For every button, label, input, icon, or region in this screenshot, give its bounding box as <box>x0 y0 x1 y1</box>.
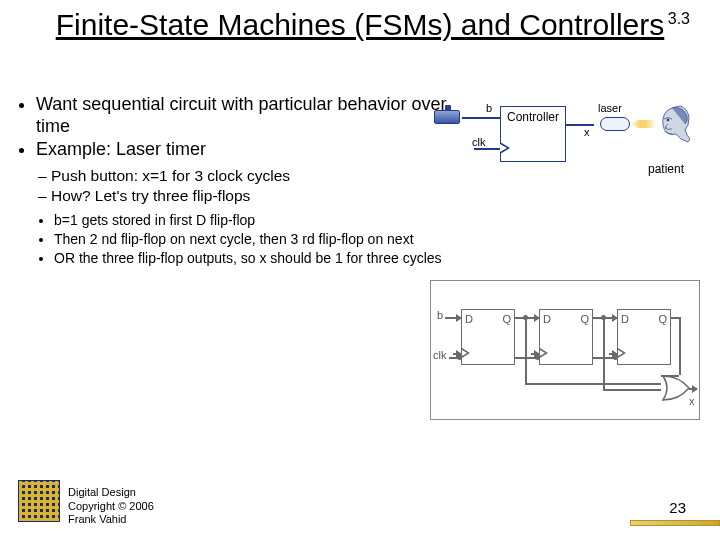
clock-triangle-icon <box>618 348 626 358</box>
push-button-icon <box>434 110 460 124</box>
ff-Q-label: Q <box>502 313 511 325</box>
ff-Q-label: Q <box>580 313 589 325</box>
bullet-1: Want sequential circuit with particular … <box>36 94 448 137</box>
flipflop-diagram: b clk D Q D Q D Q x <box>430 280 700 420</box>
subbullet-1: Push button: x=1 for 3 clock cycles <box>38 167 448 186</box>
controller-diagram: b Controller clk x laser patient <box>430 106 700 206</box>
svg-point-0 <box>667 119 670 122</box>
ff-label-b: b <box>437 309 443 321</box>
subsub-3: OR the three flip-flop outputs, so x sho… <box>54 250 448 267</box>
ff-label-x: x <box>689 395 695 407</box>
page-number: 23 <box>669 499 686 516</box>
footer-logo-icon <box>18 480 60 522</box>
flipflop-1: D Q <box>461 309 515 365</box>
footer-line-3: Frank Vahid <box>68 513 154 526</box>
slide-title: Finite-State Machines (FSMs) and Control… <box>50 0 670 43</box>
bullet-2: Example: Laser timer <box>36 139 448 161</box>
ff-label-clk: clk <box>433 349 446 361</box>
laser-icon <box>600 117 630 131</box>
label-clk: clk <box>472 136 485 148</box>
label-x: x <box>584 126 590 138</box>
label-b: b <box>486 102 492 114</box>
wire <box>445 317 461 319</box>
flipflop-2: D Q <box>539 309 593 365</box>
label-laser: laser <box>598 102 622 114</box>
or-gate-icon <box>661 375 691 401</box>
clock-triangle-icon <box>462 348 470 358</box>
ff-D-label: D <box>465 313 473 325</box>
flipflop-3: D Q <box>617 309 671 365</box>
footer-line-2: Copyright © 2006 <box>68 500 154 513</box>
section-number: 3.3 <box>668 10 690 28</box>
subsub-1: b=1 gets stored in first D flip-flop <box>54 212 448 229</box>
wire-b <box>462 117 500 119</box>
footer-text: Digital Design Copyright © 2006 Frank Va… <box>68 486 154 526</box>
bullet-content: Want sequential circuit with particular … <box>18 94 448 268</box>
footer-line-1: Digital Design <box>68 486 154 499</box>
ff-D-label: D <box>621 313 629 325</box>
wire <box>689 388 697 390</box>
wire-clk <box>474 148 500 150</box>
ff-Q-label: Q <box>658 313 667 325</box>
label-patient: patient <box>648 162 684 176</box>
footer-accent-bar <box>630 520 720 526</box>
clock-triangle-icon <box>540 348 548 358</box>
subsub-2: Then 2 nd flip-flop on next cycle, then … <box>54 231 448 248</box>
ff-D-label: D <box>543 313 551 325</box>
clock-triangle-icon <box>500 142 510 154</box>
subbullet-2: How? Let's try three flip-flops <box>38 187 448 206</box>
patient-icon <box>652 102 692 150</box>
